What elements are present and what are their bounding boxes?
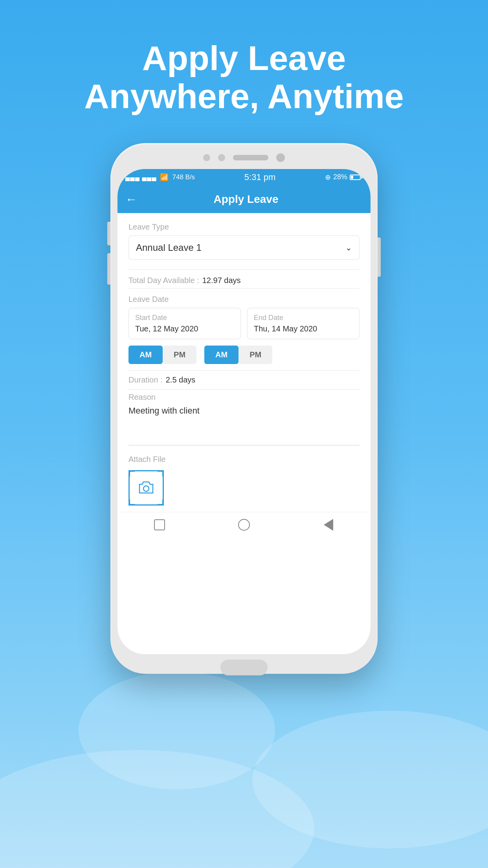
corner-tr <box>158 470 164 476</box>
end-date-box[interactable]: End Date Thu, 14 May 2020 <box>247 308 360 339</box>
status-right: ⊕ 28% <box>325 173 363 182</box>
power-button <box>378 237 381 277</box>
leave-type-label: Leave Type <box>128 223 360 232</box>
corner-tl <box>128 470 135 476</box>
camera-icon <box>136 478 156 498</box>
battery-icon <box>350 175 363 180</box>
start-date-value: Tue, 12 May 2020 <box>135 324 234 333</box>
battery-percent: 28% <box>333 173 347 181</box>
attach-label: Attach File <box>128 455 360 464</box>
square-icon <box>154 519 165 530</box>
volume-down-button <box>107 253 110 285</box>
triangle-icon <box>324 519 333 531</box>
gps-icon: ⊕ <box>325 173 331 182</box>
total-day-row: Total Day Available : 12.97 days <box>117 270 371 288</box>
duration-row: Duration : 2.5 days <box>117 371 371 389</box>
sensor <box>218 154 225 161</box>
leave-date-label: Leave Date <box>128 295 360 304</box>
nav-back-button[interactable] <box>321 517 336 533</box>
signal-bars-icon: ▄▄▄ ▄▄▄ <box>125 174 156 181</box>
back-button[interactable]: ← <box>125 193 137 206</box>
phone-mockup: ▄▄▄ ▄▄▄ 📶 748 B/s 5:31 pm ⊕ 28% <box>110 143 378 674</box>
ampm-row: AM PM AM PM <box>128 346 360 364</box>
attach-camera-button[interactable] <box>128 470 164 506</box>
status-left: ▄▄▄ ▄▄▄ 📶 748 B/s <box>125 173 195 182</box>
total-day-value: 12.97 days <box>202 276 241 285</box>
end-am-button[interactable]: AM <box>204 346 238 364</box>
reason-input[interactable] <box>128 406 360 437</box>
chevron-down-icon: ⌄ <box>345 243 352 252</box>
start-date-label: Start Date <box>135 314 234 322</box>
app-bar: ← Apply Leave <box>117 186 371 213</box>
horizontal-divider <box>128 445 360 445</box>
end-date-label: End Date <box>254 314 353 322</box>
total-day-label: Total Day Available : <box>128 276 199 285</box>
phone-screen: ▄▄▄ ▄▄▄ 📶 748 B/s 5:31 pm ⊕ 28% <box>117 169 371 654</box>
corner-br <box>158 499 164 506</box>
home-button[interactable] <box>220 660 268 675</box>
camera-lens <box>276 153 285 162</box>
status-bar: ▄▄▄ ▄▄▄ 📶 748 B/s 5:31 pm ⊕ 28% <box>117 169 371 186</box>
app-bar-title: Apply Leave <box>145 193 347 206</box>
reason-label: Reason <box>128 393 360 402</box>
status-time: 5:31 pm <box>244 172 276 182</box>
data-speed: 748 B/s <box>172 173 195 181</box>
front-camera <box>203 154 210 161</box>
svg-point-0 <box>143 486 149 491</box>
end-ampm-group: AM PM <box>204 346 272 364</box>
reason-section: Reason <box>117 390 371 442</box>
start-pm-button[interactable]: PM <box>163 346 196 364</box>
phone-top-bar <box>117 150 371 165</box>
attach-section: Attach File <box>117 449 371 512</box>
headline: Apply Leave Anywhere, Anytime <box>67 39 421 116</box>
nav-square-button[interactable] <box>152 517 167 533</box>
leave-type-section: Leave Type Annual Leave 1 ⌄ <box>117 213 371 269</box>
wifi-icon: 📶 <box>160 173 169 182</box>
end-date-value: Thu, 14 May 2020 <box>254 324 353 333</box>
start-ampm-group: AM PM <box>128 346 196 364</box>
date-row: Start Date Tue, 12 May 2020 End Date Thu… <box>128 308 360 339</box>
leave-type-select[interactable]: Annual Leave 1 ⌄ <box>128 235 360 260</box>
nav-bar <box>117 512 371 537</box>
app-content: Leave Type Annual Leave 1 ⌄ Total Day Av… <box>117 213 371 654</box>
start-am-button[interactable]: AM <box>128 346 163 364</box>
duration-label: Duration : <box>128 375 163 384</box>
nav-circle-button[interactable] <box>236 517 252 533</box>
phone-body: ▄▄▄ ▄▄▄ 📶 748 B/s 5:31 pm ⊕ 28% <box>110 143 378 674</box>
circle-icon <box>238 519 250 531</box>
start-date-box[interactable]: Start Date Tue, 12 May 2020 <box>128 308 241 339</box>
leave-type-value: Annual Leave 1 <box>136 242 202 253</box>
leave-date-section: Leave Date Start Date Tue, 12 May 2020 E… <box>117 289 371 370</box>
end-pm-button[interactable]: PM <box>238 346 272 364</box>
earpiece <box>233 155 268 160</box>
corner-bl <box>128 499 135 506</box>
volume-up-button <box>107 222 110 245</box>
duration-value: 2.5 days <box>166 375 196 384</box>
